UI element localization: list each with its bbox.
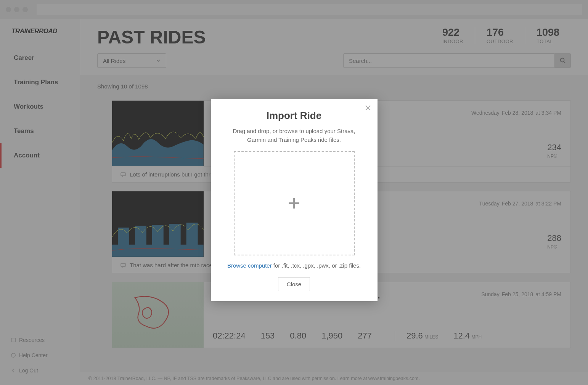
modal-overlay[interactable]: Import Ride Drag and drop, or browse to …: [0, 0, 588, 385]
browse-line: Browse computer for .fit, .tcx, .gpx, .p…: [219, 262, 369, 269]
modal-close-button[interactable]: [365, 104, 371, 113]
browse-computer-link[interactable]: Browse computer: [227, 262, 272, 269]
plus-icon: +: [288, 192, 300, 214]
file-dropzone[interactable]: +: [234, 151, 355, 255]
close-button[interactable]: Close: [278, 277, 310, 291]
import-ride-modal: Import Ride Drag and drop, or browse to …: [211, 99, 378, 301]
modal-subtitle: Drag and drop, or browse to upload your …: [230, 127, 358, 144]
browse-suffix: for .fit, .tcx, .gpx, .pwx, or .zip file…: [272, 262, 361, 269]
modal-title: Import Ride: [219, 110, 369, 122]
close-icon: [365, 104, 371, 111]
